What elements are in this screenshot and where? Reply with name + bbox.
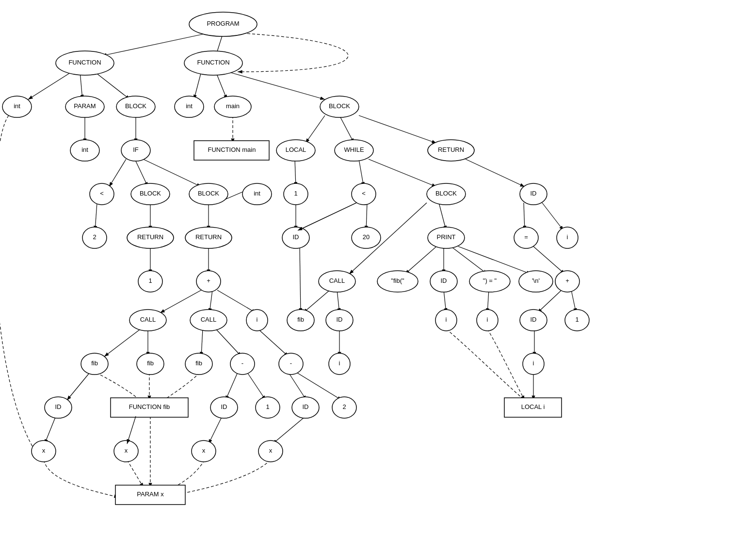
call1-label: CALL xyxy=(140,316,156,323)
svg-line-7 xyxy=(216,72,227,99)
svg-line-13 xyxy=(359,115,436,143)
newline-label: '\n' xyxy=(532,277,540,284)
block4-label: BLOCK xyxy=(198,190,219,197)
svg-line-50 xyxy=(217,290,256,313)
svg-line-46 xyxy=(104,329,141,357)
svg-line-61 xyxy=(273,416,306,444)
svg-line-6 xyxy=(194,72,201,99)
x3-label: x xyxy=(202,447,206,454)
x4-label: x xyxy=(269,447,273,454)
svg-line-29 xyxy=(542,203,563,230)
twenty-label: 20 xyxy=(363,233,370,241)
svg-line-26 xyxy=(366,203,367,230)
function2-label: FUNCTION xyxy=(197,59,229,66)
id-return-label: ID xyxy=(531,190,537,197)
svg-line-60 xyxy=(209,416,222,444)
minus1-label: - xyxy=(241,359,243,367)
svg-line-5 xyxy=(95,72,130,99)
svg-line-28 xyxy=(524,203,525,230)
local-label: LOCAL xyxy=(286,146,306,153)
svg-line-16 xyxy=(143,159,201,187)
block-while-label: BLOCK xyxy=(435,190,457,197)
function-fib-label: FUNCTION fib xyxy=(129,403,170,410)
svg-line-51 xyxy=(258,329,289,357)
one-plus-label: 1 xyxy=(575,316,579,323)
svg-line-1 xyxy=(102,33,209,56)
fib2-label: fib xyxy=(147,359,154,367)
svg-line-49 xyxy=(216,329,241,357)
return2-label: RETURN xyxy=(195,233,222,241)
block1-label: BLOCK xyxy=(125,102,146,110)
svg-line-3 xyxy=(28,72,72,99)
call2-label: CALL xyxy=(201,316,217,323)
block3-label: BLOCK xyxy=(140,190,161,197)
svg-line-11 xyxy=(306,115,325,143)
print-label: PRINT xyxy=(437,233,456,241)
id-plus-label: ID xyxy=(531,316,537,323)
return-right-label: RETURN xyxy=(438,146,464,153)
plus-ret2-label: + xyxy=(207,277,210,284)
svg-line-17 xyxy=(295,159,296,187)
eq-str-label: ") = " xyxy=(483,277,497,284)
fib-str-label: "fib(" xyxy=(391,277,404,284)
one-local-label: 1 xyxy=(294,190,297,197)
svg-line-12 xyxy=(339,115,354,143)
program-label: PROGRAM xyxy=(207,20,239,27)
minus2-label: - xyxy=(290,359,292,367)
return1-label: RETURN xyxy=(137,233,163,241)
fib-id-label: fib xyxy=(297,316,304,323)
eq-label: = xyxy=(524,233,528,241)
svg-line-44 xyxy=(537,290,562,313)
less-while-label: < xyxy=(362,190,366,197)
function-main-label: FUNCTION main xyxy=(208,146,256,153)
svg-line-55 xyxy=(225,373,238,400)
id-print2-label: ID xyxy=(441,277,447,284)
while-label: WHILE xyxy=(344,146,364,153)
main-label: main xyxy=(226,102,240,110)
int-param-label: int xyxy=(81,146,88,153)
id-local-label: ID xyxy=(293,233,299,241)
svg-line-19 xyxy=(369,159,436,187)
i-while2-label: i xyxy=(339,359,340,367)
id-minus1-label: ID xyxy=(221,403,227,410)
svg-line-39 xyxy=(160,290,201,313)
id-while2-label: ID xyxy=(337,316,343,323)
x2-label: x xyxy=(125,447,128,454)
svg-line-67 xyxy=(298,203,356,230)
svg-line-14 xyxy=(109,159,126,187)
svg-line-66 xyxy=(127,416,136,444)
function1-label: FUNCTION xyxy=(68,59,101,66)
svg-line-8 xyxy=(228,72,325,99)
less1-label: < xyxy=(100,190,104,197)
svg-line-56 xyxy=(247,373,266,400)
svg-line-48 xyxy=(201,329,203,357)
svg-line-21 xyxy=(95,203,97,230)
two-if-label: 2 xyxy=(93,233,96,241)
param-label: PARAM xyxy=(74,102,96,110)
svg-line-34 xyxy=(405,246,436,274)
svg-line-38 xyxy=(533,246,565,274)
i-local2-label: i xyxy=(533,359,534,367)
two-minus-label: 2 xyxy=(342,403,346,410)
plus-eq-label: + xyxy=(565,277,569,284)
i-print2-label: i xyxy=(446,316,447,323)
local-i-label: LOCAL i xyxy=(521,403,545,410)
param-x-label: PARAM x xyxy=(137,490,164,498)
int-left-label: int xyxy=(14,102,20,110)
fib3-label: fib xyxy=(195,359,202,367)
svg-line-4 xyxy=(80,72,82,99)
svg-line-32 xyxy=(300,246,301,313)
fib1-label: fib xyxy=(91,359,98,367)
x1-label: x xyxy=(42,447,46,454)
i-call2-label: i xyxy=(257,316,258,323)
svg-line-64 xyxy=(303,290,330,313)
ast-diagram: PROGRAM FUNCTION FUNCTION int PARAM BLOC… xyxy=(0,0,756,555)
i-right-label: i xyxy=(567,233,568,241)
svg-line-18 xyxy=(359,159,364,187)
svg-line-27 xyxy=(439,203,446,230)
id-minus2-label: ID xyxy=(303,403,309,410)
i-eq-label: i xyxy=(487,316,488,323)
if-label: IF xyxy=(133,146,139,153)
svg-line-15 xyxy=(135,159,148,187)
svg-line-59 xyxy=(45,416,56,444)
